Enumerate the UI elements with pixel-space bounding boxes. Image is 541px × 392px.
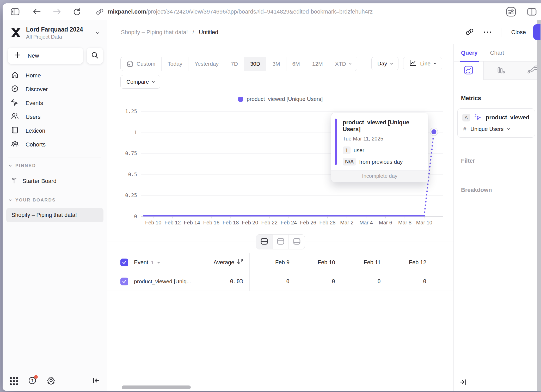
board-header: Shopify – Piping that data! / Untitled C… — [107, 20, 537, 44]
your-boards-section-header[interactable]: YOUR BOARDS — [9, 198, 107, 203]
range-custom[interactable]: Custom — [121, 57, 161, 71]
compass-icon — [11, 85, 19, 94]
svg-text:Feb 10: Feb 10 — [145, 220, 161, 225]
collapse-panel-icon[interactable] — [459, 378, 467, 387]
svg-text:Mar 2: Mar 2 — [340, 220, 353, 225]
url-bar[interactable]: mixpanel.com/project/3472420/view/397469… — [108, 8, 373, 15]
table-day-headers: Feb 9Feb 10Feb 11Feb 12 — [250, 253, 432, 272]
metrics-header: Metrics — [461, 95, 537, 102]
event-column-header[interactable]: Event — [134, 259, 148, 266]
tooltip-delta: N/A — [343, 158, 356, 166]
split-layout-button[interactable] — [256, 235, 272, 249]
pinned-section-header[interactable]: PINNED — [9, 163, 107, 168]
reload-icon[interactable] — [72, 7, 81, 16]
collapse-sidebar-icon[interactable] — [92, 377, 100, 385]
breakdown-header[interactable]: Breakdown — [461, 187, 537, 193]
breadcrumb-board[interactable]: Shopify – Piping that data! — [121, 29, 188, 36]
metric-measure[interactable]: Unique Users — [470, 126, 503, 132]
range-6m[interactable]: 6M — [286, 57, 306, 71]
range-3m[interactable]: 3M — [266, 57, 286, 71]
sidebar-item-label: Cohorts — [26, 141, 46, 148]
tooltip-value: 1 — [343, 146, 351, 154]
range-12m[interactable]: 12M — [306, 57, 329, 71]
svg-text:Feb 16: Feb 16 — [203, 220, 219, 225]
pinned-header-label: PINNED — [15, 163, 36, 168]
new-button-label: New — [28, 52, 39, 59]
project-switcher[interactable]: Lord Farquaad 2024 All Project Data — [10, 26, 102, 40]
metric-card[interactable]: A product_viewed # Unique Users — [457, 108, 535, 138]
table-row[interactable]: product_viewed [Uniq... 0.03 0000 — [107, 272, 453, 291]
sidebar-item-users[interactable]: Users — [3, 110, 107, 124]
sidebar-item-label: Lexicon — [26, 127, 45, 134]
event-spark-icon — [474, 113, 482, 122]
svg-text:?: ? — [31, 378, 33, 383]
breadcrumb-report[interactable]: Untitled — [199, 29, 218, 36]
tab-query[interactable]: Query — [461, 50, 478, 61]
close-button[interactable]: Close — [511, 29, 526, 36]
day-cell-value: 0 — [341, 272, 386, 291]
svg-text:Feb 12: Feb 12 — [164, 220, 181, 225]
forward-icon[interactable] — [53, 8, 62, 16]
new-button[interactable]: New — [8, 48, 83, 64]
sidebar-item-label: Home — [26, 72, 41, 79]
copy-link-icon[interactable] — [465, 28, 474, 37]
horizontal-scrollbar[interactable] — [122, 385, 191, 389]
range-30d[interactable]: 30D — [244, 57, 266, 71]
settings-gear-icon[interactable] — [47, 376, 56, 386]
svg-text:Feb 22: Feb 22 — [261, 220, 278, 225]
compare-button[interactable]: Compare — [120, 75, 160, 89]
apps-grid-icon[interactable] — [10, 377, 18, 385]
svg-text:Mar 4: Mar 4 — [360, 220, 373, 225]
tooltip-footer: Incomplete day — [331, 170, 428, 182]
help-icon[interactable]: ? — [28, 376, 37, 386]
range-today[interactable]: Today — [161, 57, 188, 71]
chevron-down-icon — [152, 80, 155, 83]
sidebar-item-home[interactable]: Home — [3, 69, 107, 82]
select-all-checkbox[interactable] — [120, 259, 128, 266]
table-only-layout-button[interactable] — [288, 235, 305, 249]
chevron-down-icon — [434, 62, 437, 64]
insights-report-tab[interactable] — [454, 62, 484, 80]
sidebar-item-label: Discover — [26, 86, 48, 93]
range-7d[interactable]: 7D — [225, 57, 244, 71]
window-scrollbar-track[interactable] — [537, 20, 541, 391]
row-checkbox[interactable] — [120, 278, 128, 285]
chart-type-label: Line — [420, 60, 431, 67]
sidebar-item-discover[interactable]: Discover — [3, 82, 107, 96]
users-icon — [11, 112, 19, 122]
chart-type-button[interactable]: Line — [403, 57, 442, 70]
back-icon[interactable] — [32, 8, 41, 16]
hash-icon: # — [463, 126, 466, 132]
average-sort-header[interactable]: Average — [213, 258, 243, 267]
chevron-down-icon — [507, 127, 510, 130]
plus-icon — [14, 52, 21, 60]
chart-only-layout-button[interactable] — [272, 235, 288, 249]
sidebar-item-events[interactable]: Events — [3, 96, 107, 110]
split-view-icon[interactable] — [527, 8, 537, 16]
filter-header[interactable]: Filter — [461, 157, 537, 164]
sidebar-item-starter-board[interactable]: Starter Board — [10, 177, 107, 186]
range-xtd[interactable]: XTD — [329, 57, 357, 71]
sidebar-item-cohorts[interactable]: Cohorts — [3, 138, 107, 151]
chart-legend[interactable]: product_viewed [Unique Users] — [107, 96, 453, 102]
range-yesterday[interactable]: Yesterday — [188, 57, 225, 71]
sidebar-item-active-board[interactable]: Shopify – Piping that data! — [6, 208, 103, 222]
url-host: mixpanel.com — [108, 8, 146, 15]
project-name: Lord Farquaad 2024 — [26, 26, 92, 33]
table-row-values: 0000 — [250, 272, 432, 291]
search-button[interactable] — [87, 48, 103, 64]
more-options-icon[interactable] — [484, 32, 491, 33]
bar-report-tab[interactable] — [484, 62, 518, 80]
funnels-report-tab[interactable] — [518, 62, 537, 80]
svg-text:Feb 24: Feb 24 — [281, 220, 297, 225]
metric-letter-badge: A — [462, 114, 470, 121]
save-button-partial[interactable] — [533, 24, 540, 40]
sidebar-item-label: Users — [26, 114, 40, 120]
browser-settings-icon[interactable] — [506, 6, 517, 17]
sidebar-item-label: Events — [26, 100, 43, 107]
chevron-down-icon — [9, 164, 12, 167]
browser-sidebar-toggle-icon[interactable] — [10, 7, 20, 16]
sidebar-item-lexicon[interactable]: Lexicon — [3, 124, 107, 138]
granularity-button[interactable]: Day — [371, 57, 398, 70]
tab-chart[interactable]: Chart — [490, 50, 504, 61]
